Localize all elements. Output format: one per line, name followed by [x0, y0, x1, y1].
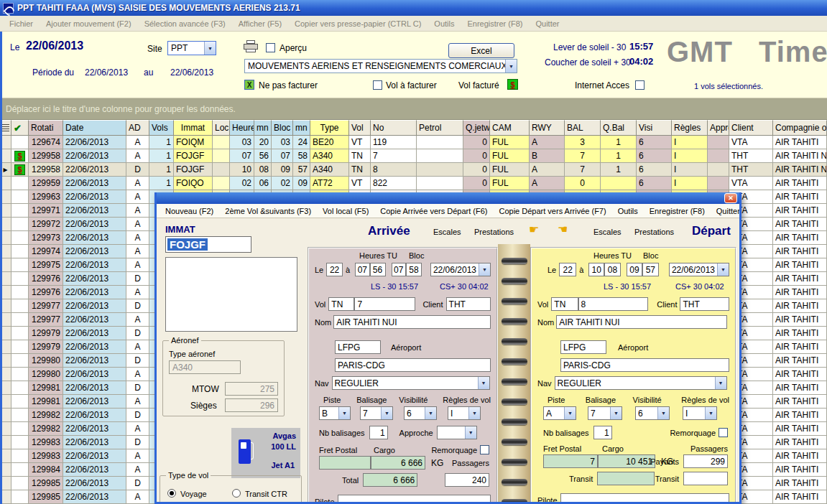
depart-bloc-m-input[interactable]: 57	[642, 263, 659, 276]
sieges-input[interactable]: 296	[225, 398, 278, 412]
depart-heure-m-input[interactable]: 08	[604, 263, 621, 276]
column-header-dollar[interactable]: ✔	[11, 120, 29, 136]
chevron-down-icon[interactable]: ▼	[715, 377, 726, 389]
cell-ad[interactable]: A	[126, 177, 149, 190]
cell-heure[interactable]: 03	[230, 136, 254, 149]
arrivee-cargo-input[interactable]: 6 666	[371, 456, 425, 470]
cell-visi[interactable]: 6	[637, 149, 672, 163]
cell-rwy[interactable]: A	[530, 177, 565, 190]
dialog-menu-enregistrer[interactable]: Enregistrer (F8)	[644, 207, 711, 215]
cell-heure[interactable]: 10	[230, 163, 254, 177]
cell-date[interactable]: 22/06/2013	[63, 286, 126, 299]
chevron-down-icon[interactable]: ▼	[204, 42, 216, 55]
title-bar[interactable]: PPT TAHITI FAAA (MVS) SAISIE DES MOUVEME…	[0, 0, 827, 16]
cell-bal[interactable]: 7	[565, 149, 601, 163]
cell-rotation[interactable]: 129976	[29, 286, 63, 299]
cell-dollar[interactable]: $	[11, 163, 29, 177]
voyage-radio[interactable]	[167, 489, 176, 498]
cell-bloc[interactable]: 02	[272, 177, 293, 190]
cell-mn2[interactable]: 58	[293, 149, 310, 163]
cell-ad[interactable]: A	[126, 422, 149, 436]
cell-rotation[interactable]: 129974	[29, 245, 63, 258]
cell-heure[interactable]: 07	[230, 149, 254, 163]
menu-enregistrer[interactable]: Enregistrer (F8)	[461, 19, 529, 28]
cell-dollar[interactable]	[11, 272, 29, 286]
cell-regles[interactable]: I	[672, 136, 708, 149]
cell-dollar[interactable]	[11, 463, 29, 477]
arrivee-escales-link[interactable]: Escales	[433, 228, 461, 236]
chevron-down-icon[interactable]: ▼	[717, 263, 729, 276]
cell-date[interactable]: 22/06/2013	[63, 422, 126, 436]
chevron-down-icon[interactable]: ▼	[338, 407, 350, 419]
cell-compagnie[interactable]: AIR TAHITI N	[773, 149, 827, 163]
column-header-mn2[interactable]: mn	[293, 120, 310, 136]
cell-compagnie[interactable]: AIR TAHITI	[773, 272, 827, 286]
cell-dollar[interactable]	[11, 313, 29, 327]
cell-dollar[interactable]	[11, 136, 29, 149]
cell-client[interactable]: THT	[729, 163, 773, 177]
cell-no[interactable]: 8	[371, 163, 417, 177]
cell-vols[interactable]: 1	[149, 163, 174, 177]
cell-dollar[interactable]	[11, 177, 29, 190]
cell-regles[interactable]: I	[672, 163, 708, 177]
dialog-menu-2eme-vol[interactable]: 2ème Vol &suivants (F3)	[219, 207, 317, 215]
cell-qjetw[interactable]: 0	[463, 177, 490, 190]
hand-left-icon[interactable]: ☚	[558, 223, 568, 236]
cell-date[interactable]: 22/06/2013	[63, 149, 126, 163]
cell-qjetw[interactable]: 0	[463, 149, 490, 163]
vol-facture-dollar-icon[interactable]: $	[507, 79, 518, 90]
chevron-down-icon[interactable]: ▼	[657, 407, 669, 419]
depart-le-day-input[interactable]: 22	[559, 263, 576, 276]
cell-vol[interactable]: VT	[349, 177, 371, 190]
cell-date[interactable]: 22/06/2013	[63, 177, 126, 190]
arrivee-piste-combo[interactable]: B▼	[319, 406, 351, 420]
depart-fret-postal-input[interactable]: 7	[543, 454, 598, 468]
depart-visibilite-combo[interactable]: 6▼	[635, 406, 670, 420]
cell-petrol[interactable]	[417, 163, 463, 177]
cell-date[interactable]: 22/06/2013	[63, 245, 126, 258]
cell-type[interactable]: A340	[310, 163, 349, 177]
immat-listbox[interactable]	[165, 257, 297, 332]
column-header-vol[interactable]: Vol	[349, 120, 371, 136]
dialog-menu-quitter[interactable]: Quitter	[711, 207, 741, 215]
cell-date[interactable]: 22/06/2013	[63, 299, 126, 313]
depart-heure-h-input[interactable]: 10	[588, 263, 604, 276]
depart-nom-input[interactable]: AIR TAHITI NUI	[556, 315, 727, 329]
cell-appro[interactable]	[708, 163, 729, 177]
depart-escales-link[interactable]: Escales	[593, 228, 622, 236]
cell-compagnie[interactable]: AIR TAHITI	[773, 490, 827, 504]
cell-loc[interactable]	[213, 136, 230, 149]
cell-ad[interactable]: A	[126, 463, 149, 477]
column-header-bloc[interactable]: Bloc	[272, 120, 293, 136]
periode-to[interactable]: 22/06/2013	[170, 67, 213, 78]
cell-date[interactable]: 22/06/2013	[63, 354, 126, 368]
cell-immat[interactable]: FOIQO	[174, 177, 213, 190]
chevron-down-icon[interactable]: ▼	[479, 263, 490, 276]
cell-dollar[interactable]	[11, 449, 29, 463]
type-aeronef-input[interactable]: A340	[169, 360, 241, 374]
depart-bloc-h-input[interactable]: 09	[627, 263, 642, 276]
cell-mn1[interactable]: 08	[254, 163, 272, 177]
chevron-down-icon[interactable]: ▼	[610, 407, 622, 419]
cell-rotation[interactable]: 129976	[29, 272, 63, 286]
cell-dollar[interactable]	[11, 436, 29, 449]
arrivee-vol-code-input[interactable]: TN	[328, 297, 354, 311]
cell-ad[interactable]: A	[126, 245, 149, 258]
cell-no[interactable]: 822	[371, 177, 417, 190]
cell-dollar[interactable]	[11, 245, 29, 258]
menu-afficher[interactable]: Afficher (F5)	[232, 19, 288, 28]
cell-ad[interactable]: D	[126, 163, 149, 177]
cell-compagnie[interactable]: AIR TAHITI	[773, 218, 827, 231]
cell-dollar[interactable]	[11, 395, 29, 409]
dialog-title-bar[interactable]: ✕	[157, 192, 739, 204]
arrivee-regles-combo[interactable]: I▼	[448, 406, 481, 420]
cell-petrol[interactable]	[417, 149, 463, 163]
cell-dollar[interactable]: $	[11, 149, 29, 163]
arrivee-nav-combo[interactable]: REGULIER ▼	[332, 376, 490, 390]
cell-ad[interactable]: D	[126, 272, 149, 286]
cell-qjetw[interactable]: 0	[463, 163, 490, 177]
depart-cargo-input[interactable]: 10 451	[598, 454, 655, 468]
cell-compagnie[interactable]: AIR TAHITI	[773, 327, 827, 340]
depart-vol-num-input[interactable]: 8	[578, 297, 649, 311]
cell-compagnie[interactable]: AIR TAHITI	[773, 313, 827, 327]
